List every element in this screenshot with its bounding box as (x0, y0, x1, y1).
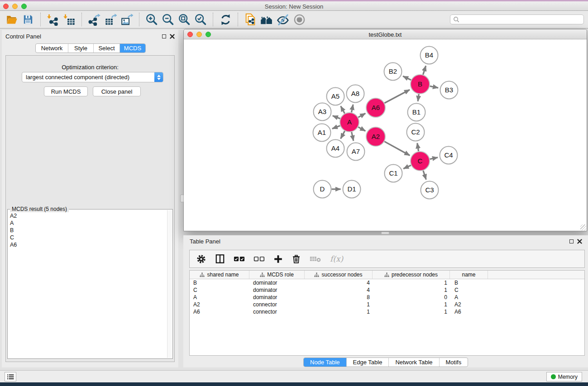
zoom-out-icon[interactable] (161, 13, 175, 26)
graph-node-A7[interactable]: A7 (347, 143, 365, 161)
column-header-mcds-role[interactable]: MCDS role (249, 271, 305, 279)
close-panel-icon[interactable] (170, 34, 175, 39)
tab-node-table[interactable]: Node Table (304, 358, 347, 367)
network-canvas[interactable]: AA1A2A3A4A5A6A7A8BB1B2B3B4CC1C2C3C4DD1 (184, 39, 587, 231)
graph-node-C1[interactable]: C1 (385, 165, 402, 182)
graph-node-A6[interactable]: A6 (366, 98, 385, 117)
graph-node-B2[interactable]: B2 (384, 63, 402, 81)
graph-edge-B-B3[interactable] (430, 86, 438, 88)
graph-edge-A-A6[interactable] (358, 114, 365, 118)
panel-mode-icon[interactable] (215, 254, 225, 264)
graph-node-A[interactable]: A (340, 113, 359, 132)
zoom-selected-icon[interactable] (194, 13, 207, 26)
horizontal-splitter-grip[interactable] (381, 232, 389, 234)
graph-edge-C-C4[interactable] (430, 157, 438, 159)
graph-edge-C-C2[interactable] (417, 143, 419, 151)
column-header-name[interactable]: name (450, 271, 488, 279)
float-table-panel-icon[interactable] (569, 239, 574, 243)
column-type-icon (314, 272, 319, 277)
graph-node-A8[interactable]: A8 (347, 85, 364, 103)
deselect-all-columns-icon[interactable] (253, 256, 265, 262)
import-network-icon[interactable] (46, 13, 60, 26)
table-row[interactable]: A dominator 8 0 A (190, 294, 584, 301)
duplicate-network-icon[interactable] (244, 13, 257, 26)
zoom-fit-icon[interactable] (177, 13, 191, 26)
graph-edge-A-A7[interactable] (352, 132, 354, 141)
zoom-in-icon[interactable] (145, 13, 158, 26)
list-item[interactable]: C (9, 234, 166, 241)
graph-edge-A-A1[interactable] (332, 126, 340, 129)
close-table-panel-icon[interactable] (577, 239, 582, 244)
graph-node-B4[interactable]: B4 (421, 47, 438, 64)
window-resize-grip-icon[interactable] (580, 224, 586, 230)
graph-node-B[interactable]: B (411, 75, 430, 94)
select-all-columns-icon[interactable] (234, 256, 245, 262)
list-item[interactable]: A (9, 219, 166, 227)
column-header-predecessor-nodes[interactable]: predecessor nodes (373, 271, 450, 279)
result-scrollbar[interactable] (167, 210, 172, 358)
graph-node-D1[interactable]: D1 (343, 181, 361, 198)
close-panel-button[interactable]: Close panel (93, 86, 141, 96)
graph-node-C[interactable]: C (411, 152, 430, 171)
graph-edge-B-B1[interactable] (418, 94, 419, 101)
search-input[interactable] (450, 14, 584, 24)
table-row[interactable]: A2 connector 1 1 A2 (190, 301, 584, 308)
float-panel-icon[interactable] (162, 34, 166, 38)
tab-select[interactable]: Select (94, 44, 120, 52)
graph-node-A5[interactable]: A5 (327, 88, 344, 105)
graph-node-A3[interactable]: A3 (314, 103, 331, 121)
refresh-icon[interactable] (219, 13, 232, 26)
graph-node-A4[interactable]: A4 (327, 140, 344, 157)
graph-node-A1[interactable]: A1 (313, 124, 331, 142)
run-mcds-button[interactable]: Run MCDS (44, 86, 88, 96)
hide-selected-icon[interactable] (276, 13, 290, 26)
graph-node-B1[interactable]: B1 (408, 104, 425, 121)
graph-node-B3[interactable]: B3 (440, 81, 458, 99)
memory-button[interactable]: Memory (546, 372, 582, 381)
vertical-splitter-grip[interactable] (180, 195, 184, 202)
column-header-successor-nodes[interactable]: successor nodes (305, 271, 373, 279)
open-file-icon[interactable] (5, 13, 19, 26)
tab-style[interactable]: Style (68, 44, 94, 52)
graph-node-C2[interactable]: C2 (407, 124, 425, 141)
export-table-icon[interactable] (104, 13, 117, 26)
show-all-networks-icon[interactable] (260, 13, 273, 26)
import-table-icon[interactable] (62, 13, 76, 26)
delete-column-trash-icon[interactable] (292, 254, 301, 264)
graph-edge-A-A8[interactable] (351, 105, 353, 112)
graph-edge-A-A3[interactable] (333, 116, 340, 119)
list-item[interactable]: A2 (9, 212, 166, 219)
table-row[interactable]: B dominator 4 1 B (190, 279, 584, 286)
tab-edge-table[interactable]: Edge Table (347, 358, 389, 367)
graph-edge-A-A2[interactable] (358, 127, 365, 131)
tab-network[interactable]: Network (36, 44, 68, 52)
graph-node-A2[interactable]: A2 (366, 127, 385, 146)
add-column-icon[interactable] (273, 254, 283, 264)
graph-edge-C-C1[interactable] (403, 165, 411, 169)
list-item[interactable]: A6 (9, 241, 166, 248)
graph-edge-B-B2[interactable] (403, 76, 411, 80)
graph-node-D[interactable]: D (314, 181, 331, 198)
criterion-dropdown[interactable]: largest connected component (directed) (22, 72, 163, 82)
save-session-icon[interactable] (21, 13, 35, 26)
table-row[interactable]: A6 connector 1 1 A6 (190, 308, 584, 315)
tab-network-table[interactable]: Network Table (389, 358, 439, 367)
export-network-icon[interactable] (87, 13, 101, 26)
tab-motifs[interactable]: Motifs (440, 358, 468, 367)
graph-edge-A6-B[interactable] (384, 90, 410, 103)
graph-edge-A-A5[interactable] (341, 106, 345, 114)
tab-mcds[interactable]: MCDS (120, 44, 145, 52)
list-item[interactable]: B (9, 227, 166, 234)
graph-edge-A-A4[interactable] (341, 131, 345, 138)
column-settings-gear-icon[interactable] (196, 254, 206, 264)
graph-edge-C-C3[interactable] (423, 171, 426, 180)
table-row[interactable]: C dominator 4 1 C (190, 286, 584, 294)
export-image-icon[interactable] (120, 13, 134, 26)
column-header-shared-name[interactable]: shared name (190, 271, 249, 279)
task-history-button[interactable] (5, 372, 16, 381)
graph-edge-A2-C[interactable] (384, 142, 410, 156)
graph-node-C4[interactable]: C4 (440, 147, 458, 164)
graph-node-C3[interactable]: C3 (421, 181, 439, 199)
show-selected-icon[interactable] (292, 13, 306, 26)
graph-edge-B-B4[interactable] (423, 66, 426, 75)
